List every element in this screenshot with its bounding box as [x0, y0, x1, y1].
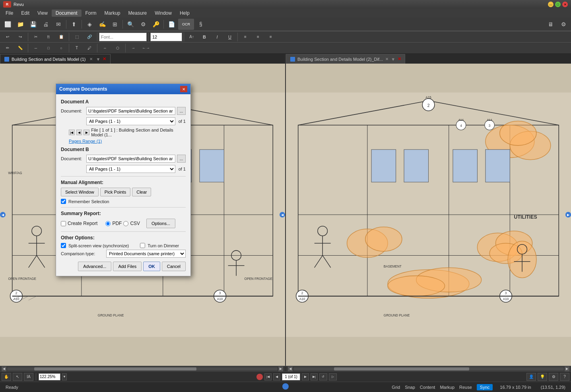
tb-search[interactable]: 🔍 [124, 19, 136, 30]
menu-file[interactable]: File [2, 10, 17, 17]
doc-a-path-input[interactable] [86, 107, 175, 115]
tb-align-left[interactable]: ≡ [239, 31, 251, 43]
status-reuse-btn[interactable]: Reuse [459, 385, 472, 390]
font-size-input[interactable] [150, 33, 182, 41]
scroll-right2-btn[interactable]: ◀ [288, 367, 293, 371]
tb-arrow[interactable]: ⬆ [68, 19, 80, 30]
menu-window[interactable]: Window [151, 10, 176, 17]
tb-brava[interactable]: § [195, 19, 207, 30]
scroll-left-btn[interactable]: ◀ [2, 367, 6, 371]
pdf-radio[interactable] [105, 221, 111, 226]
menu-help[interactable]: Help [176, 10, 194, 17]
menu-view[interactable]: View [33, 10, 52, 17]
minimize-button[interactable]: — [548, 2, 554, 7]
menu-document[interactable]: Document [52, 10, 82, 17]
tb-italic[interactable]: I [211, 31, 223, 43]
tb-email[interactable]: ✉ [52, 19, 64, 30]
close-button[interactable]: ✕ [562, 2, 568, 7]
clear-btn[interactable]: Clear [132, 188, 151, 196]
tb-ocr[interactable]: OCR [178, 19, 194, 30]
split-screen-checkbox[interactable] [61, 243, 66, 248]
scroll-right3-btn[interactable]: ▶ [565, 367, 569, 371]
left-scroll-thumb[interactable] [34, 367, 196, 371]
hand-tool-btn[interactable]: ✋ [2, 373, 11, 381]
tb-rect[interactable]: □ [43, 43, 54, 54]
doc-a-first-btn[interactable]: |◀ [69, 130, 75, 135]
right-scroll-thumb[interactable] [334, 367, 469, 371]
rewind-btn[interactable]: ↺ [319, 373, 327, 380]
next-page-btn[interactable]: ▶ [302, 373, 309, 380]
tb-cut[interactable]: ✂ [30, 31, 42, 43]
tb-pencil[interactable]: ✏ [2, 43, 14, 54]
select-window-btn[interactable]: Select Window [61, 188, 99, 196]
doc-b-pages-select[interactable]: All Pages (1 - 1) [86, 165, 175, 173]
tb-undo[interactable]: ↩ [2, 31, 14, 43]
left-edge-arrow[interactable]: ◀ [0, 212, 6, 217]
left-scroll-track[interactable] [7, 367, 278, 371]
status-content-btn[interactable]: Content [420, 385, 435, 390]
right-scroll-track[interactable] [293, 367, 564, 371]
tb-arrow-tool[interactable]: → [127, 43, 139, 54]
thumbnail-btn[interactable]: 👤 [526, 373, 536, 381]
tb-text[interactable]: T [71, 43, 83, 54]
tb-paste[interactable]: 📋 [55, 31, 67, 43]
menu-edit[interactable]: Edit [17, 10, 33, 17]
tb-ruler[interactable]: 📏 [14, 43, 26, 54]
right-edge-arrow[interactable]: ▶ [565, 212, 571, 217]
tb-monitor[interactable]: 🖥 [545, 19, 557, 30]
left-panel-arrow[interactable]: ◀ [280, 212, 285, 217]
comparison-type-select[interactable]: Printed Documents (same printer) [106, 250, 186, 258]
menu-form[interactable]: Form [82, 10, 101, 17]
pick-points-btn[interactable]: Pick Points [100, 188, 130, 196]
menu-markup[interactable]: Markup [101, 10, 124, 17]
tab-left-menu[interactable]: ▼ [96, 57, 101, 62]
tb-sign[interactable]: ✍ [96, 19, 108, 30]
tb-highlight[interactable]: 🖊 [84, 43, 95, 54]
add-files-btn[interactable]: Add Files [113, 262, 142, 271]
tb-link[interactable]: 🔗 [84, 31, 95, 43]
tb-print[interactable]: 🖨 [40, 19, 52, 30]
zoom-input[interactable] [39, 373, 60, 380]
tb-align-center[interactable]: ≡ [252, 31, 264, 43]
tb-new[interactable]: ⬜ [2, 19, 14, 30]
status-snap-btn[interactable]: Snap [405, 385, 415, 390]
status-grid-btn[interactable]: Grid [392, 385, 400, 390]
tab-right-doc[interactable]: Building Section and Details Model (2)_D… [286, 54, 405, 64]
tab-right-menu[interactable]: ▼ [391, 57, 395, 62]
doc-a-pages-select[interactable]: All Pages (1 - 1) [86, 117, 175, 125]
tab-left-doc[interactable]: Building Section and Details Model (1) ✕… [0, 54, 111, 64]
turn-on-dimmer-checkbox[interactable] [140, 243, 145, 248]
tb-save[interactable]: 💾 [27, 19, 39, 30]
cancel-btn[interactable]: Cancel [162, 262, 186, 271]
doc-b-path-input[interactable] [86, 155, 175, 163]
tb-doc[interactable]: 📄 [165, 19, 177, 30]
tb-open[interactable]: 📁 [14, 19, 26, 30]
tb-settings[interactable]: ⚙ [137, 19, 149, 30]
tab-left-close[interactable]: ✕ [88, 56, 94, 62]
doc-a-next-btn[interactable]: ▶ [84, 130, 89, 135]
create-report-checkbox[interactable] [61, 221, 66, 226]
tb-copy[interactable]: ⎘ [43, 31, 54, 43]
dialog-close-btn[interactable]: ✕ [180, 86, 187, 92]
prev-page-btn[interactable]: ◀ [273, 373, 280, 380]
settings3-btn[interactable]: ⚙ [549, 373, 558, 381]
doc-a-pages-range-link[interactable]: Pages Range (1) [61, 139, 186, 144]
advanced-btn[interactable]: Advanced... [78, 262, 111, 271]
tb-compare[interactable]: ⊞ [109, 19, 121, 30]
forward-btn[interactable]: ▷ [329, 373, 337, 380]
doc-a-prev-btn[interactable]: ◀ [76, 130, 82, 135]
status-markup-btn[interactable]: Markup [440, 385, 454, 390]
tb-circle[interactable]: ○ [55, 43, 67, 54]
tb-area[interactable]: ⬡ [112, 43, 124, 54]
help2-btn[interactable]: ? [560, 373, 569, 381]
tb-align-right[interactable]: ≡ [265, 31, 277, 43]
tb-stamp[interactable]: ◈ [84, 19, 95, 30]
csv-radio[interactable] [123, 221, 128, 226]
tab-right-close2[interactable]: ✕ [398, 56, 401, 62]
tb-font-increase[interactable]: A↑ [186, 31, 198, 43]
menu-measure[interactable]: Measure [124, 10, 151, 17]
zoom-dropdown-btn[interactable]: ▼ [62, 373, 67, 380]
tb-key[interactable]: 🔑 [150, 19, 162, 30]
bulb-btn[interactable]: 💡 [538, 373, 547, 381]
options-btn[interactable]: Options... [146, 219, 175, 228]
